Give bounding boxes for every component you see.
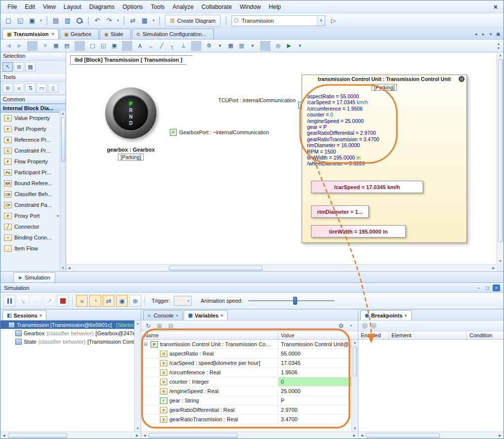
palette-item[interactable]: BR Bound Refere... ▾ [0, 178, 66, 189]
menu-item[interactable]: View [39, 2, 60, 12]
document-tab[interactable]: ⚙ Simulation Configuration... [132, 29, 214, 39]
tab-breakpoints[interactable]: ◉ Breakpoints × [360, 310, 412, 320]
session-row[interactable]: ⊟ Transmission [Transmission@6e5901c] (S… [0, 320, 134, 329]
scrollbar-thumb[interactable] [498, 59, 503, 242]
menu-item[interactable]: Options [118, 2, 147, 12]
slider-thumb[interactable] [293, 297, 297, 305]
close-icon[interactable]: × [493, 284, 500, 291]
scroll-up-icon[interactable]: ▲ [61, 111, 65, 117]
tree-expander-icon[interactable]: ⊟ [144, 342, 149, 347]
web-ui-button[interactable]: ⊕ [129, 295, 141, 307]
toolbar-icon[interactable]: ↷ [104, 15, 115, 26]
chevron-down-icon[interactable]: ▾ [347, 321, 355, 330]
column-value[interactable]: Value [278, 331, 358, 339]
selection-tool-button[interactable]: ⊞ [14, 62, 24, 72]
tab-console[interactable]: ». Console × [143, 310, 183, 320]
session-row[interactable]: Gearbox (classifier behavior) [Gearbox@2… [0, 329, 134, 337]
diagram-toolbar-icon[interactable]: ↔ [146, 41, 156, 51]
create-diagram-button[interactable]: ⊞ Create Diagram [165, 15, 221, 27]
diagram-toolbar-icon[interactable]: ▣ [109, 41, 119, 51]
tab-nav-button[interactable]: ▣ [495, 30, 502, 38]
toolbar-icon[interactable]: ▢ [3, 15, 14, 26]
transmission-control-unit-block[interactable]: transmission Control Unit : Transmission… [302, 75, 467, 243]
palette-item[interactable]: R Reference Pr... ▾ [0, 134, 66, 145]
gearbox-part[interactable]: PRND [105, 87, 156, 139]
gear-icon[interactable]: ⚙ [337, 321, 346, 330]
export-icon[interactable]: ⊞ [155, 321, 164, 330]
diagram-toolbar-icon[interactable]: ▥ [236, 41, 247, 51]
tree-expander-icon[interactable]: ⊟ [2, 322, 6, 327]
column-element[interactable]: Element [389, 331, 467, 339]
canvas-vertical-scrollbar[interactable]: ▲ ▼ [497, 52, 504, 264]
scroll-down-icon[interactable]: ▼ [499, 258, 502, 264]
toolbar-icon[interactable] [159, 16, 160, 25]
toolbar-icon[interactable]: ▥ [62, 15, 73, 26]
diagram-toolbar-icon[interactable]: ▶ [14, 41, 25, 51]
palette-item[interactable]: P Part Property ▾ [0, 123, 66, 134]
tab-nav-button[interactable]: ◂ [472, 30, 479, 38]
scroll-right-icon[interactable]: ▶ [491, 266, 497, 270]
chevron-down-icon[interactable]: ▾ [317, 16, 325, 26]
diagram-toolbar-icon[interactable]: ┐ [167, 41, 178, 51]
palette-item[interactable]: CB Classifier Beh... ▾ [0, 189, 66, 200]
table-row[interactable]: V /carSpeed : speed[kilometre per hour] … [141, 359, 351, 368]
tab-nav-button[interactable]: ▾ [487, 30, 494, 38]
simulation-toggle-button[interactable]: » [76, 295, 88, 307]
diagram-toolbar-icon[interactable] [122, 41, 132, 51]
value-widget[interactable]: rimDiameter = 1... [311, 205, 369, 218]
palette-item[interactable]: CP Constraint Pa... ▾ [0, 200, 66, 210]
gearbox-port[interactable]: ⇄ [170, 129, 177, 136]
table-row[interactable]: V gearRatioTransmision : Real 3.4700 [141, 415, 351, 424]
menu-item[interactable]: Tools [147, 2, 169, 12]
toolbar-icon[interactable] [46, 16, 47, 25]
trigger-combobox[interactable]: ▾ [174, 296, 192, 306]
palette-item[interactable]: ⌁ Binding Conn... ▾ [0, 232, 66, 243]
step-button[interactable]: ↗ [43, 295, 55, 307]
value-widget[interactable]: tireWidth = 195.0000 in [311, 225, 406, 238]
selection-tool-button[interactable]: ↖ [2, 62, 13, 72]
palette-item[interactable]: Pa Participant Pr... ▾ [0, 167, 66, 178]
menu-item[interactable]: Edit [21, 2, 39, 12]
tab-simulation[interactable]: ▶ Simulation [13, 272, 55, 282]
table-row[interactable]: V /circumference : Real 1.9506 [141, 368, 351, 377]
table-row[interactable]: ⊟ P transmission Control Unit : Transmis… [141, 340, 351, 349]
value-widget[interactable]: /carSpeed = 17.0345 km/h [311, 181, 423, 193]
table-row[interactable]: V counter : Integer 0 [141, 377, 351, 387]
diagram-toolbar-icon[interactable]: ▢ [87, 41, 98, 51]
diagram-canvas[interactable]: ibd [Block] Transmission [ Transmission … [66, 52, 497, 264]
diagram-toolbar-icon[interactable] [27, 41, 38, 51]
close-icon[interactable]: × [176, 313, 178, 318]
toolbar-icon[interactable]: ▾ [116, 15, 120, 26]
tool-button[interactable]: ▭ [37, 83, 47, 93]
column-condition[interactable]: Condition [467, 331, 504, 339]
diagram-toolbar-icon[interactable]: ▦ [226, 41, 236, 51]
step-button[interactable]: → [30, 295, 42, 307]
diagram-toolbar-icon[interactable]: ▦ [51, 41, 61, 51]
minimize-icon[interactable]: – [475, 284, 482, 291]
close-icon[interactable]: × [39, 313, 42, 318]
diagram-toolbar-icon[interactable]: ◱ [98, 41, 109, 51]
simulation-toggle-button[interactable]: ◔ [89, 295, 101, 307]
palette-item[interactable]: P Proxy Port ▾ [0, 210, 66, 221]
palette-item[interactable]: ╱ Connector ▾ [0, 221, 66, 232]
toolbar-icon[interactable]: ▾ [39, 15, 43, 26]
toolbar-icon[interactable]: ▾ [151, 15, 156, 26]
float-icon[interactable]: ◻ [484, 284, 491, 291]
tool-button[interactable]: ≡ [14, 83, 24, 93]
sessions-horizontal-scrollbar[interactable]: ◀ ▶ [0, 432, 141, 439]
diagram-toolbar-icon[interactable]: ◀ [3, 41, 14, 51]
diagram-toolbar-icon[interactable]: ▾ [247, 41, 258, 51]
breakpoints-table-body[interactable] [358, 340, 504, 432]
palette-item[interactable]: V Value Property ▾ [0, 113, 66, 123]
scroll-up-icon[interactable]: ▲ [499, 52, 502, 58]
table-row[interactable]: V /engineSpeed : Real 25.0000 [141, 387, 351, 396]
selection-tool-button[interactable]: ▦ [25, 62, 36, 72]
toolbar-icon[interactable]: ↶ [92, 15, 103, 26]
toolbar-icon[interactable]: ◱ [15, 15, 26, 26]
step-button[interactable]: ↘ [17, 295, 29, 307]
add-breakpoint-icon[interactable] [362, 323, 368, 329]
menu-item[interactable]: File [3, 2, 21, 12]
tab-variables[interactable]: ▦ Variables × [184, 310, 228, 320]
diagram-toolbar-icon[interactable]: ▤ [62, 41, 72, 51]
filter-icon[interactable]: ⊟ [166, 321, 175, 330]
